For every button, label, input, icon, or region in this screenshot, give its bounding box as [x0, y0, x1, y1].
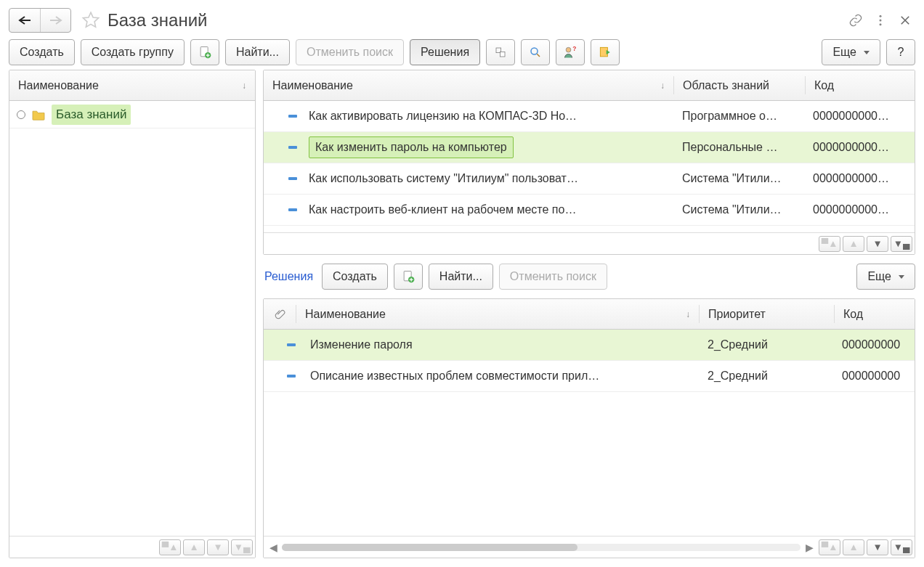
new-item-icon-button[interactable]	[190, 39, 219, 65]
expand-icon	[495, 46, 506, 58]
expand-icon-button[interactable]	[486, 39, 515, 65]
tree-col-name[interactable]: Наименование ↓	[9, 70, 255, 100]
find-button[interactable]: Найти...	[225, 39, 290, 65]
titlebar: База знаний	[9, 6, 915, 35]
cell-name: Описание известных проблем совместимости…	[307, 370, 700, 383]
col-priority[interactable]: Приоритет	[700, 299, 834, 329]
more-button-label: Еще	[832, 46, 856, 59]
go-up-button[interactable]: ▲	[183, 539, 205, 555]
cell-region: Система "Итили…	[675, 172, 806, 185]
radio-icon[interactable]	[17, 110, 25, 119]
col-region[interactable]: Область знаний	[674, 70, 805, 100]
col-name-lower[interactable]: Наименование↓	[296, 299, 699, 329]
cell-code: 0000000000…	[806, 172, 915, 185]
person-help-icon-button[interactable]: ?	[556, 39, 585, 65]
table-row[interactable]: Изменение пароля2_Средний000000000	[264, 330, 915, 361]
sub-create-button[interactable]: Создать	[322, 264, 388, 290]
cell-code: 0000000000…	[806, 110, 915, 123]
cell-region: Система "Итили…	[675, 203, 806, 216]
cell-code: 000000000	[835, 370, 915, 383]
col-code[interactable]: Код	[806, 70, 915, 100]
col-name[interactable]: Наименование↓	[264, 70, 673, 100]
solutions-toggle-button[interactable]: Решения	[410, 39, 480, 65]
sub-more-button[interactable]: Еще	[856, 264, 915, 290]
create-group-button[interactable]: Создать группу	[81, 39, 185, 65]
sheet-arrow-icon	[598, 45, 612, 60]
svg-point-8	[566, 47, 571, 52]
item-marker-icon	[288, 146, 297, 149]
right-panel: Наименование↓ Область знаний Код Как акт…	[263, 70, 915, 558]
cell-name: Как изменить пароль на компьютер	[309, 136, 675, 158]
close-icon[interactable]	[895, 10, 915, 30]
scroll-track[interactable]	[282, 544, 801, 551]
folder-icon	[31, 109, 46, 121]
go-bottom-button[interactable]: ▼▄	[891, 236, 912, 252]
tree-root-row[interactable]: База знаний	[9, 101, 255, 129]
tree-footer: ▀▲ ▲ ▼ ▼▄	[9, 536, 255, 558]
table-row[interactable]: Как изменить пароль на компьютерПерсонал…	[264, 132, 915, 163]
create-button[interactable]: Создать	[9, 39, 75, 65]
link-icon[interactable]	[846, 10, 866, 30]
go-up-button[interactable]: ▲	[843, 539, 864, 555]
table-row[interactable]: Описание известных проблем совместимости…	[264, 361, 915, 392]
search-icon-button[interactable]	[521, 39, 550, 65]
cell-code: 000000000	[835, 338, 915, 351]
col-code-lower[interactable]: Код	[835, 299, 915, 329]
more-button[interactable]: Еще	[822, 39, 880, 65]
tree-body[interactable]: База знаний	[9, 101, 255, 536]
tree-root-label: База знаний	[52, 105, 131, 125]
find-button-label: Найти...	[236, 46, 279, 59]
chevron-down-icon	[864, 51, 870, 54]
go-top-button[interactable]: ▀▲	[819, 236, 840, 252]
go-down-button[interactable]: ▼	[207, 539, 229, 555]
table-row[interactable]: Как активировать лицензию на КОМПАС-3D H…	[264, 101, 915, 132]
tree-panel: Наименование ↓ База знаний ▀▲ ▲ ▼ ▼▄	[9, 70, 256, 558]
col-name-lower-label: Наименование	[305, 308, 386, 321]
sub-new-item-icon-button[interactable]	[394, 264, 423, 290]
solutions-header-row: Наименование↓ Приоритет Код	[264, 299, 915, 330]
kebab-menu-icon[interactable]	[870, 10, 891, 30]
go-down-button[interactable]: ▼	[867, 236, 888, 252]
new-document-icon	[198, 45, 212, 60]
go-bottom-button[interactable]: ▼▄	[891, 539, 912, 555]
scroll-left-icon[interactable]: ◀	[269, 542, 277, 553]
articles-body[interactable]: Как активировать лицензию на КОМПАС-3D H…	[264, 101, 915, 232]
sub-find-button[interactable]: Найти...	[429, 264, 493, 290]
go-top-button[interactable]: ▀▲	[819, 539, 840, 555]
help-button[interactable]: ?	[886, 39, 915, 65]
item-marker-icon	[288, 208, 297, 211]
svg-rect-6	[500, 52, 505, 57]
go-up-button[interactable]: ▲	[843, 236, 864, 252]
cell-priority: 2_Средний	[700, 370, 835, 383]
solutions-toggle-label: Решения	[421, 46, 469, 59]
col-attachment[interactable]	[264, 299, 296, 329]
create-group-button-label: Создать группу	[92, 46, 174, 59]
refresh-icon-button[interactable]	[591, 39, 620, 65]
item-marker-icon	[287, 375, 296, 378]
table-row[interactable]: Какие известные проблемы совместимости п…	[264, 226, 915, 232]
solutions-toolbar: Решения Создать Найти... Отменить поиск …	[263, 261, 915, 293]
row-name-text: Как активировать лицензию на КОМПАС-3D H…	[309, 110, 577, 122]
sub-find-label: Найти...	[439, 270, 482, 283]
favorite-star-icon[interactable]	[81, 11, 100, 30]
row-name-text: Как настроить веб-клиент на рабочем мест…	[309, 203, 576, 216]
solutions-body[interactable]: Изменение пароля2_Средний000000000Описан…	[264, 330, 915, 536]
tree-header-row: Наименование ↓	[9, 70, 255, 101]
sort-asc-icon: ↓	[242, 81, 246, 91]
go-bottom-button[interactable]: ▼▄	[231, 539, 253, 555]
scroll-right-icon[interactable]: ▶	[805, 542, 814, 553]
scroll-thumb[interactable]	[282, 544, 578, 551]
table-row[interactable]: Как настроить веб-клиент на рабочем мест…	[264, 195, 915, 226]
cell-region: Программное о…	[675, 110, 806, 123]
go-top-button[interactable]: ▀▲	[159, 539, 181, 555]
nav-back-button[interactable]	[9, 9, 40, 32]
table-row[interactable]: Как использовать систему "Итилиум" польз…	[264, 163, 915, 195]
item-marker-icon	[287, 343, 296, 346]
svg-text:?: ?	[572, 45, 576, 52]
help-button-label: ?	[898, 46, 904, 59]
col-code-label: Код	[814, 79, 834, 92]
h-scrollbar[interactable]: ◀ ▶	[266, 542, 816, 553]
go-down-button[interactable]: ▼	[867, 539, 888, 555]
cell-name: Как настроить веб-клиент на рабочем мест…	[309, 203, 675, 216]
nav-forward-button[interactable]	[40, 9, 70, 32]
